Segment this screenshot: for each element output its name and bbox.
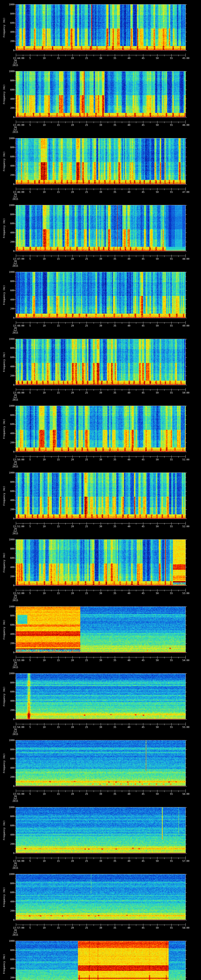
x-tick-label: 25: [85, 726, 88, 728]
date-label: 28 Jul 2015: [13, 193, 18, 200]
y-tick-label: 1000: [7, 137, 14, 140]
x-tick-label: 30: [99, 391, 102, 394]
x-tick-label: 25: [85, 927, 88, 929]
x-tick-label: 40: [128, 57, 130, 59]
y-tick-label: 400: [7, 98, 14, 100]
end-time-label: 48:00: [182, 258, 190, 260]
x-tick-label: 5: [29, 592, 30, 595]
y-tick-label: 400: [7, 299, 14, 301]
y-tick-label: 600: [7, 289, 14, 292]
end-time-label: 51:00: [182, 458, 190, 461]
y-tick-label: 1000: [7, 940, 14, 942]
y-tick-label: 600: [7, 356, 14, 358]
x-tick-label: 55: [170, 258, 173, 260]
end-time-label: 49:00: [182, 325, 190, 327]
y-tick-label: 0: [7, 517, 14, 520]
x-tick-label: 5: [29, 659, 30, 662]
x-tick-label: 35: [113, 793, 116, 795]
x-tick-label: 10: [43, 927, 46, 929]
x-tick-label: 40: [128, 927, 130, 929]
y-tick-label: 1000: [7, 538, 14, 541]
x-tick-label: 15: [57, 927, 60, 929]
spectrogram-panel: Frequency (Hz) 13:57:00 28 Jul 2015 58:0…: [0, 870, 201, 937]
x-tick-label: 45: [142, 726, 145, 728]
y-tick-label: 800: [7, 347, 14, 349]
x-tick-label: 25: [85, 592, 88, 595]
y-tick-label: 800: [7, 146, 14, 149]
spectrogram-panel: Frequency (Hz) 13:50:00 28 Jul 2015 51:0…: [0, 401, 201, 468]
date-label: 28 Jul 2015: [13, 126, 18, 133]
x-tick-label: 20: [71, 191, 74, 193]
spectrogram-panel: Frequency (Hz) 13:48:00 28 Jul 2015 49:0…: [0, 267, 201, 334]
x-tick-label: 45: [142, 391, 145, 394]
spectrogram-panel: Frequency (Hz) 13:49:00 28 Jul 2015 50:0…: [0, 334, 201, 401]
x-tick-label: 15: [57, 391, 60, 394]
x-tick-label: 50: [156, 927, 159, 929]
x-tick-label: 10: [43, 525, 46, 528]
spectrogram-panel: Frequency (Hz) 13:46:00 28 Jul 2015 47:0…: [0, 134, 201, 201]
end-time-label: 54:00: [182, 659, 190, 662]
x-tick-label: 5: [29, 325, 30, 327]
y-tick-label: 600: [7, 222, 14, 224]
y-tick-label: 200: [7, 910, 14, 912]
y-tick-label: 200: [7, 375, 14, 377]
frequency-axis-label: Frequency (Hz): [3, 486, 5, 506]
x-tick-label: 30: [99, 726, 102, 728]
x-tick-label: 55: [170, 391, 173, 394]
y-tick-label: 200: [7, 241, 14, 243]
y-tick-label: 1000: [7, 338, 14, 340]
x-tick-label: 50: [156, 860, 159, 862]
x-tick-label: 50: [156, 793, 159, 795]
x-tick-label: 25: [85, 391, 88, 394]
spectrogram-panel: Frequency (Hz) 13:44:00 28 Jul 2015 45:0…: [0, 0, 201, 67]
x-tick-label: 5: [29, 458, 30, 461]
x-tick-label: 10: [43, 659, 46, 662]
y-tick-label: 1000: [7, 204, 14, 207]
y-tick-label: 400: [7, 31, 14, 33]
x-tick-label: 45: [142, 258, 145, 260]
x-tick-label: 55: [170, 659, 173, 662]
x-tick-label: 20: [71, 793, 74, 795]
frequency-axis-label: Frequency (Hz): [3, 285, 5, 305]
x-tick-label: 35: [113, 592, 116, 595]
x-tick-label: 40: [128, 726, 130, 728]
y-tick-label: 200: [7, 307, 14, 310]
end-time-label: 45:00: [182, 57, 190, 59]
x-tick-label: 55: [170, 57, 173, 59]
y-tick-label: 800: [7, 414, 14, 416]
y-tick-label: 1000: [7, 70, 14, 73]
date-label: 28 Jul 2015: [13, 929, 18, 936]
x-tick-label: 45: [142, 659, 145, 662]
x-tick-label: 40: [128, 191, 130, 193]
x-tick-label: 50: [156, 258, 159, 260]
x-tick-label: 5: [29, 124, 30, 126]
x-tick-label: 15: [57, 659, 60, 662]
x-tick-label: 50: [156, 525, 159, 528]
y-tick-label: 400: [7, 767, 14, 769]
x-tick-label: 30: [99, 659, 102, 662]
date-label: 28 Jul 2015: [13, 260, 18, 267]
x-tick-label: 5: [29, 191, 30, 193]
x-tick-label: 10: [43, 726, 46, 728]
x-tick-label: 15: [57, 726, 60, 728]
y-tick-label: 600: [7, 156, 14, 158]
x-tick-label: 10: [43, 191, 46, 193]
date-label: 28 Jul 2015: [13, 528, 18, 535]
y-tick-label: 600: [7, 690, 14, 693]
frequency-axis-label: Frequency (Hz): [3, 553, 5, 573]
x-tick-label: 55: [170, 793, 173, 795]
x-tick-label: 15: [57, 57, 60, 59]
x-tick-label: 10: [43, 860, 46, 862]
x-tick-label: 35: [113, 525, 116, 528]
y-tick-label: 400: [7, 834, 14, 836]
x-tick-label: 5: [29, 57, 30, 59]
spectrogram-canvas: [0, 937, 201, 980]
y-tick-label: 400: [7, 499, 14, 501]
y-tick-label: 800: [7, 280, 14, 282]
x-tick-label: 40: [128, 124, 130, 126]
x-tick-label: 25: [85, 860, 88, 862]
x-tick-label: 10: [43, 592, 46, 595]
y-tick-label: 0: [7, 250, 14, 252]
spectrogram-panel: Frequency (Hz) 13:54:00 28 Jul 2015 55:0…: [0, 669, 201, 736]
x-tick-label: 20: [71, 592, 74, 595]
